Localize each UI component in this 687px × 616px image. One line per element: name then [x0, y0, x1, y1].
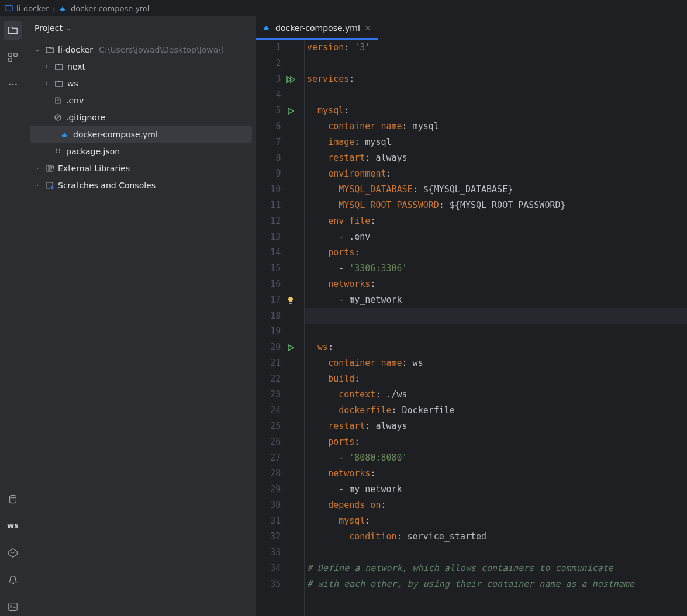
- more-tool-button[interactable]: [4, 75, 22, 94]
- tree-file-env[interactable]: .env: [26, 92, 256, 109]
- tree-item-label: .env: [66, 96, 84, 105]
- svg-line-13: [56, 115, 60, 119]
- notifications-tool-button[interactable]: [4, 570, 22, 589]
- docker-icon: [263, 23, 271, 33]
- svg-rect-14: [47, 165, 49, 171]
- docker-icon: [60, 130, 70, 139]
- tree-folder-ws[interactable]: › ws: [26, 75, 256, 92]
- left-toolbar: WS: [0, 16, 26, 616]
- file-tree: ⌄ li-docker C:\Users\jowad\Desktop\Jowa\…: [26, 40, 256, 195]
- breadcrumb-file[interactable]: docker-compose.yml: [71, 4, 149, 13]
- editor-tab-bar: docker-compose.yml ✕: [256, 16, 687, 40]
- tree-file-gitignore[interactable]: .gitignore: [26, 109, 256, 126]
- svg-rect-0: [5, 6, 12, 11]
- line-numbers: 1234567891011121314151617181920212223242…: [256, 40, 283, 616]
- svg-point-18: [50, 186, 54, 189]
- editor-gutter: 1234567891011121314151617181920212223242…: [256, 40, 305, 616]
- svg-point-6: [15, 84, 17, 85]
- database-tool-button[interactable]: [4, 490, 22, 508]
- scratches-icon: [45, 181, 54, 189]
- chevron-right-icon: ›: [43, 80, 51, 86]
- svg-rect-2: [14, 53, 17, 56]
- svg-rect-15: [49, 165, 51, 171]
- breadcrumb: li-docker › docker-compose.yml: [0, 0, 687, 16]
- editor-panel: docker-compose.yml ✕ 1234567891011121314…: [256, 16, 687, 616]
- services-tool-button[interactable]: [4, 544, 22, 562]
- editor-tab[interactable]: docker-compose.yml ✕: [256, 16, 378, 40]
- tree-file-package-json[interactable]: package.json: [26, 143, 256, 160]
- chevron-down-icon: ⌄: [66, 25, 71, 32]
- tree-folder-next[interactable]: › next: [26, 58, 256, 75]
- svg-rect-1: [9, 53, 12, 56]
- structure-tool-button[interactable]: [4, 48, 22, 67]
- ws-tool-button[interactable]: WS: [4, 517, 22, 535]
- svg-point-5: [12, 84, 14, 85]
- project-panel: Project ⌄ ⌄ li-docker C:\Users\jowad\Des…: [26, 16, 256, 616]
- tree-item-label: next: [67, 62, 85, 71]
- svg-rect-16: [51, 165, 54, 171]
- tree-file-docker-compose[interactable]: docker-compose.yml: [30, 126, 252, 143]
- terminal-tool-button[interactable]: [4, 597, 22, 616]
- project-panel-header[interactable]: Project ⌄: [26, 16, 256, 40]
- svg-point-4: [9, 84, 11, 85]
- folder-icon: [54, 63, 64, 71]
- svg-rect-22: [289, 303, 292, 304]
- tree-item-label: docker-compose.yml: [73, 130, 158, 139]
- tree-item-label: package.json: [66, 147, 120, 156]
- docker-icon: [59, 4, 67, 12]
- tree-root-path: C:\Users\jowad\Desktop\Jowa\l: [99, 45, 223, 54]
- breadcrumb-sep: ›: [53, 4, 56, 13]
- chevron-right-icon: ›: [33, 182, 42, 188]
- svg-point-7: [10, 495, 16, 498]
- project-panel-title: Project: [34, 23, 63, 33]
- ignore-file-icon: [53, 113, 63, 122]
- text-file-icon: [53, 96, 63, 105]
- chevron-right-icon: ›: [33, 165, 42, 171]
- tree-item-label: .gitignore: [66, 113, 105, 122]
- svg-marker-8: [9, 549, 17, 557]
- project-icon: [5, 4, 13, 12]
- tree-item-label: Scratches and Consoles: [58, 181, 156, 190]
- tree-item-label: ws: [67, 79, 78, 88]
- tree-root-label: li-docker: [58, 45, 93, 54]
- library-icon: [45, 164, 54, 172]
- tree-item-label: External Libraries: [58, 164, 130, 173]
- chevron-right-icon: ›: [43, 63, 51, 70]
- code-area[interactable]: version: '3' services: mysql: container_…: [305, 40, 687, 616]
- folder-icon: [54, 79, 64, 88]
- tree-scratches[interactable]: › Scratches and Consoles: [26, 177, 256, 193]
- gutter-icons: [283, 40, 304, 616]
- editor-body[interactable]: 1234567891011121314151617181920212223242…: [256, 40, 687, 616]
- svg-rect-3: [9, 58, 12, 61]
- tree-external-libraries[interactable]: › External Libraries: [26, 160, 256, 177]
- tree-root[interactable]: ⌄ li-docker C:\Users\jowad\Desktop\Jowa\…: [26, 41, 256, 58]
- svg-marker-21: [288, 108, 294, 114]
- chevron-down-icon: ⌄: [33, 46, 42, 53]
- folder-icon: [45, 46, 54, 54]
- breadcrumb-project[interactable]: li-docker: [16, 4, 49, 13]
- svg-marker-23: [288, 345, 294, 351]
- svg-rect-9: [9, 603, 17, 611]
- close-icon[interactable]: ✕: [365, 24, 371, 33]
- json-file-icon: [53, 147, 63, 155]
- project-tool-button[interactable]: [4, 21, 22, 40]
- editor-tab-title: docker-compose.yml: [275, 23, 360, 33]
